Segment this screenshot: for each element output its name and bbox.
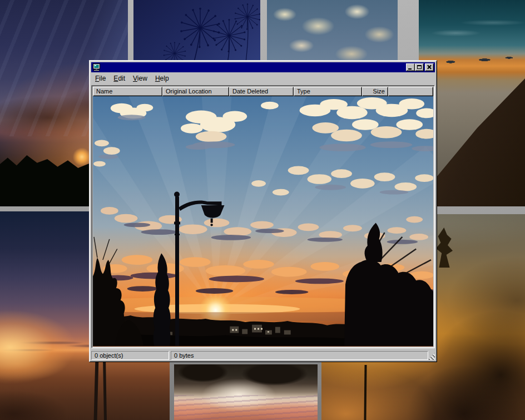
menu-view[interactable]: View [129,73,151,84]
minimize-icon [408,68,412,70]
list-view-client: Name Original Location Date Deleted Type… [91,85,435,348]
water-ripples-texture [174,395,318,420]
column-header-row: Name Original Location Date Deleted Type… [93,87,433,96]
status-bar: 0 object(s) 0 bytes [91,349,435,360]
water-pole-silhouette [94,358,99,420]
column-header-type[interactable]: Type [294,87,362,96]
status-size: 0 bytes [171,351,428,360]
status-object-count: 0 object(s) [91,351,169,360]
column-header-size[interactable]: Size [362,87,388,96]
list-view-area[interactable] [93,96,433,347]
menu-bar: File Edit View Help [91,73,435,85]
title-bar[interactable] [91,62,435,72]
folder-window: File Edit View Help Name Original Locati… [89,60,437,362]
water-pole-silhouette [103,358,107,420]
column-header-date-deleted[interactable]: Date Deleted [229,87,294,96]
column-header-filler[interactable] [388,87,433,96]
computer-icon[interactable] [92,63,101,72]
menu-edit[interactable]: Edit [110,73,129,84]
desktop: File Edit View Help Name Original Locati… [0,0,525,420]
thin-pole-silhouette [364,365,366,420]
column-header-original-location[interactable]: Original Location [162,87,229,96]
maximize-button[interactable] [415,63,424,71]
streetlamp-sunset-photo [93,96,433,347]
menu-file[interactable]: File [91,73,110,84]
small-tree-silhouette [436,228,453,268]
wallpaper-photo-water-reflections [174,364,318,420]
close-icon [427,65,432,69]
menu-help[interactable]: Help [151,73,173,84]
minimize-button[interactable] [406,63,415,71]
column-header-name[interactable]: Name [93,87,162,96]
maximize-icon [417,65,422,69]
close-button[interactable] [425,63,434,71]
resize-grip-icon[interactable] [428,353,435,360]
